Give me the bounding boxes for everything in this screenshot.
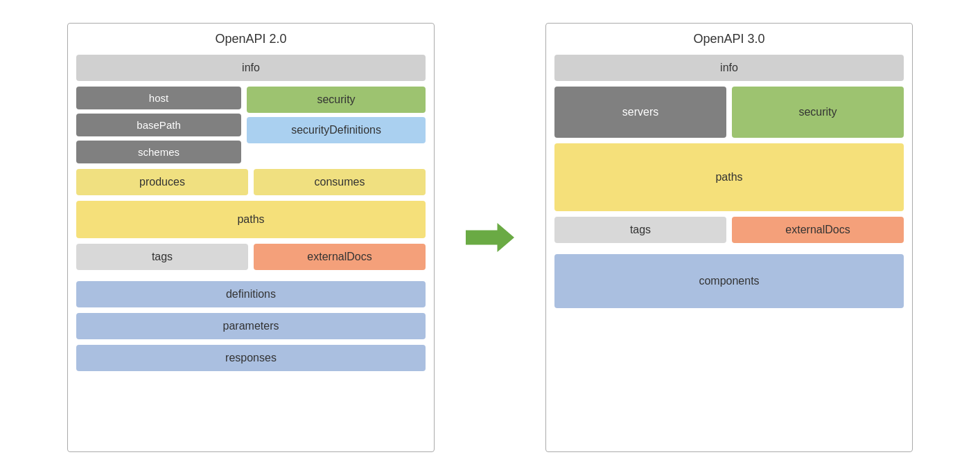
v2-produces-block: produces <box>76 169 248 195</box>
v3-components-block: components <box>554 254 904 308</box>
v2-tags-block: tags <box>76 244 248 270</box>
v2-row-host-sec: host basePath schemes security securityD… <box>76 87 426 163</box>
v2-host-block: host <box>76 87 241 109</box>
v2-secdef-block: securityDefinitions <box>247 117 426 143</box>
v2-definitions-block: definitions <box>76 281 426 307</box>
v2-row-tags-ext: tags externalDocs <box>76 244 426 270</box>
v2-col-host: host basePath schemes <box>76 87 241 163</box>
v3-row-tags-ext: tags externalDocs <box>554 217 904 243</box>
openapi-2-title: OpenAPI 2.0 <box>76 32 426 46</box>
v2-responses-block: responses <box>76 345 426 371</box>
v2-info-block: info <box>76 55 426 81</box>
v3-row-servers-sec: servers security <box>554 87 904 138</box>
v3-servers-block: servers <box>554 87 726 138</box>
v2-parameters-block: parameters <box>76 313 426 339</box>
v2-col-sec: security securityDefinitions <box>247 87 426 163</box>
openapi-2-box: OpenAPI 2.0 info host basePath schemes s… <box>67 23 435 452</box>
v2-schemes-block: schemes <box>76 141 241 163</box>
v2-security-block: security <box>247 87 426 113</box>
v2-basepath-block: basePath <box>76 114 241 136</box>
v2-extdocs-block: externalDocs <box>254 244 426 270</box>
svg-marker-0 <box>466 223 514 252</box>
right-arrow-icon <box>466 217 514 258</box>
v3-info-block: info <box>554 55 904 81</box>
v3-security-block: security <box>732 87 904 138</box>
v2-row-prod-cons: produces consumes <box>76 169 426 195</box>
main-container: OpenAPI 2.0 info host basePath schemes s… <box>0 0 980 475</box>
v3-tags-block: tags <box>554 217 726 243</box>
v3-paths-block: paths <box>554 143 904 211</box>
arrow-container <box>462 217 518 258</box>
openapi-3-title: OpenAPI 3.0 <box>554 32 904 46</box>
v2-paths-block: paths <box>76 201 426 238</box>
v3-extdocs-block: externalDocs <box>732 217 904 243</box>
openapi-3-box: OpenAPI 3.0 info servers security paths … <box>545 23 913 452</box>
v2-consumes-block: consumes <box>254 169 426 195</box>
